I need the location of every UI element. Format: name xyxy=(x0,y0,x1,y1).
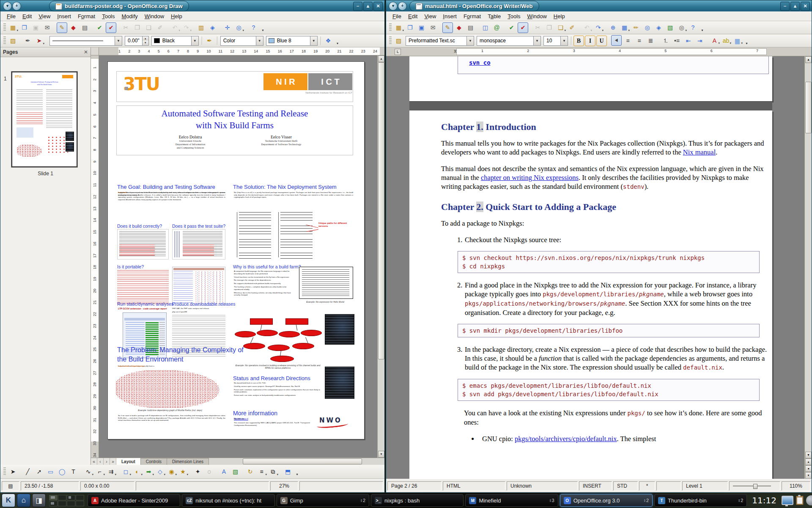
cut-icon[interactable]: ✂ xyxy=(121,22,131,33)
task-konversation[interactable]: cZniksnut on #nixos (+tnc): ht xyxy=(182,494,274,507)
tab-prev-icon[interactable]: ‹ xyxy=(97,458,104,465)
pages-panel-close-icon[interactable]: ✕ xyxy=(84,49,88,55)
pager-cell[interactable] xyxy=(76,501,84,506)
print-icon[interactable]: ▤ xyxy=(80,22,90,33)
menu-window[interactable]: Window xyxy=(524,12,550,20)
flowchart-icon[interactable]: ◇▾ xyxy=(155,467,165,477)
chevron-down-icon[interactable]: ▼ xyxy=(256,36,263,45)
format-paintbrush-icon[interactable]: ✐ xyxy=(155,22,165,33)
task-gimp[interactable]: GGimp▲▼2 xyxy=(277,494,369,507)
scrollbar-thumb[interactable] xyxy=(243,458,362,464)
pager-cell[interactable] xyxy=(76,495,84,500)
writer-document-area[interactable]: svn co Chapter 1. Introduction This manu… xyxy=(386,56,812,479)
home-button[interactable]: ⌂ xyxy=(17,494,30,507)
tab-next-icon[interactable]: › xyxy=(104,458,110,465)
redo-icon[interactable]: ↷▾ xyxy=(593,22,604,33)
rectangle-icon[interactable]: ▭ xyxy=(45,467,56,477)
menu-window[interactable]: Window xyxy=(142,12,167,20)
display-settings-icon[interactable] xyxy=(782,496,793,505)
tab-first-icon[interactable]: « xyxy=(91,458,97,465)
format-paintbrush-icon[interactable]: ✐ xyxy=(567,22,577,33)
page-thumbnail[interactable]: 3TU. Automated Software Testing and Rele… xyxy=(11,72,77,167)
minimize-button[interactable]: – xyxy=(780,2,790,11)
chevron-down-icon[interactable]: ▼ xyxy=(115,36,122,45)
zoom-control[interactable] xyxy=(729,481,780,491)
close-button[interactable]: ✕ xyxy=(801,2,810,11)
line-style-select[interactable]: ▼ xyxy=(49,36,122,46)
toolbar-overflow-icon[interactable]: ▾ xyxy=(294,467,300,476)
connector-icon[interactable]: ⌐▾ xyxy=(94,467,105,477)
paste-icon[interactable]: ❑▾ xyxy=(555,22,566,33)
underline-icon[interactable]: U xyxy=(596,36,607,46)
font-size-select[interactable]: 10 ▼ xyxy=(543,36,568,46)
open-icon[interactable]: ❐ xyxy=(405,22,415,33)
menu-help[interactable]: Help xyxy=(551,12,568,20)
align-left-icon[interactable]: ⯇ xyxy=(611,35,622,46)
export-pdf-icon[interactable]: ◆ xyxy=(68,22,79,33)
toolbar-overflow-icon[interactable]: ▾ xyxy=(335,36,340,45)
tab-last-icon[interactable]: » xyxy=(110,458,116,465)
chevron-down-icon[interactable]: ▼ xyxy=(466,36,474,45)
next-page-icon[interactable]: ▾ xyxy=(805,472,812,479)
from-file-icon[interactable]: ▧ xyxy=(230,467,241,477)
new-document-icon[interactable]: ▦▾ xyxy=(393,22,404,33)
navigator-icon[interactable]: ◈ xyxy=(207,22,218,33)
document-page-2[interactable]: Chapter 1. Introduction This manual tell… xyxy=(409,110,772,479)
scroll-up-icon[interactable]: ▲ xyxy=(805,56,812,63)
copy-icon[interactable]: ❒ xyxy=(544,22,554,33)
block-arrows-icon[interactable]: ➡▾ xyxy=(143,467,154,477)
justify-icon[interactable]: ≣ xyxy=(645,35,656,46)
draw-functions-icon[interactable]: ✏ xyxy=(631,22,641,33)
undo-icon[interactable]: ↶▾ xyxy=(582,22,592,33)
undo-icon[interactable]: ↶▾ xyxy=(170,22,180,33)
paste-icon[interactable]: ❑ xyxy=(143,22,154,33)
save-icon[interactable]: ▣ xyxy=(416,22,427,33)
desktop-pager[interactable] xyxy=(49,495,84,506)
zoom-icon[interactable]: ◎▾ xyxy=(233,22,244,33)
document-as-email-icon[interactable]: ✉ xyxy=(42,22,52,33)
menu-view[interactable]: View xyxy=(36,12,53,20)
toolbar-grip[interactable] xyxy=(3,36,6,45)
spellcheck-icon[interactable]: ✔ xyxy=(506,22,517,33)
task-group-count[interactable]: ▲▼2 xyxy=(738,498,743,503)
stars-icon[interactable]: ★▾ xyxy=(178,467,188,477)
toolbar-overflow-icon[interactable]: ▾ xyxy=(260,23,266,32)
fill-style-select[interactable]: Color ▼ xyxy=(220,36,263,46)
partial-tray-icon[interactable] xyxy=(806,495,812,505)
zoom-icon[interactable]: ◎▾ xyxy=(676,22,687,33)
background-color-icon[interactable]: ▆▾ xyxy=(732,35,743,46)
tab-dimension-lines[interactable]: Dimension Lines xyxy=(167,458,209,465)
task-thunderbird[interactable]: TThunderbird-bin▲▼2 xyxy=(654,494,747,507)
arrange-icon[interactable]: ⧉▾ xyxy=(268,467,278,477)
pager-cell[interactable] xyxy=(67,501,75,506)
pager-cell[interactable] xyxy=(58,501,66,506)
scroll-up-icon[interactable]: ▲ xyxy=(378,55,384,62)
draw-horizontal-scrollbar[interactable] xyxy=(209,458,384,465)
menu-insert[interactable]: Insert xyxy=(440,12,460,20)
scroll-down-icon[interactable]: ▼ xyxy=(378,451,384,458)
link[interactable]: Nix manual xyxy=(683,148,716,156)
align-right-icon[interactable]: ≡ xyxy=(634,35,645,46)
save-icon[interactable]: ▣ xyxy=(30,22,41,33)
document-as-email-icon[interactable]: ✉ xyxy=(428,22,438,33)
text-icon[interactable]: T xyxy=(68,467,79,477)
scrollbar-thumb[interactable] xyxy=(805,82,812,133)
alignment-icon[interactable]: ≡▾ xyxy=(256,467,267,477)
toolbar-grip[interactable] xyxy=(389,36,392,45)
sticky-pin-icon[interactable]: + xyxy=(12,2,21,11)
extrusion-icon[interactable]: ⬒ xyxy=(283,467,293,477)
pager-cell[interactable] xyxy=(67,495,75,500)
font-name-select[interactable]: monospace ▼ xyxy=(477,36,541,46)
spin-up-icon[interactable]: ▲ xyxy=(143,36,148,41)
writer-titlebar[interactable]: ▾ + manual.html - OpenOffice.org Writer/… xyxy=(386,0,812,11)
align-center-icon[interactable]: ≡ xyxy=(623,35,633,46)
desktop-access-button[interactable]: ◨ xyxy=(32,494,46,507)
menu-tools[interactable]: Tools xyxy=(99,12,118,20)
draw-canvas[interactable]: 3TU. N I R I C T Netherlands Institute f… xyxy=(99,55,377,458)
shadow-icon[interactable]: ❖ xyxy=(323,36,334,46)
menu-view[interactable]: View xyxy=(421,12,439,20)
writer-vertical-scrollbar[interactable]: ▲ ▼ ▴ ● ▾ xyxy=(804,56,812,479)
italic-icon[interactable]: I xyxy=(585,36,595,46)
line-color-select[interactable]: Black ▼ xyxy=(151,36,199,46)
fill-color-select[interactable]: Blue 8 ▼ xyxy=(266,36,318,46)
